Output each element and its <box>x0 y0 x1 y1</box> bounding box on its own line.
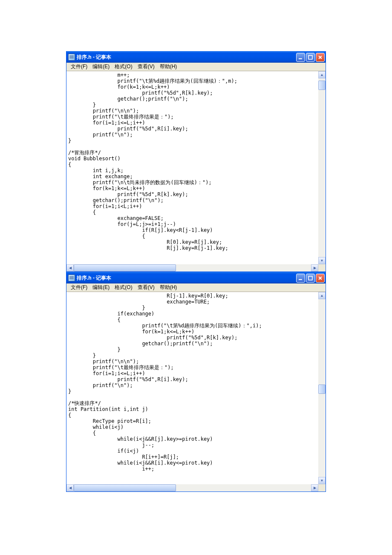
notepad-icon <box>68 275 75 281</box>
menu-edit[interactable]: 编辑(E) <box>90 283 112 292</box>
vscroll-thumb[interactable] <box>318 384 326 394</box>
minimize-button[interactable] <box>296 274 305 283</box>
maximize-button[interactable] <box>306 53 315 62</box>
vscroll-track[interactable] <box>318 299 326 477</box>
svg-rect-0 <box>299 58 302 59</box>
hscroll-thumb[interactable] <box>74 484 176 491</box>
text-editor[interactable]: m++; printf("\t第%d趟排序结果为(回车继续)：",m); for… <box>66 71 318 264</box>
menubar: 文件(F) 编辑(E) 格式(O) 查看(V) 帮助(H) <box>66 63 326 71</box>
vertical-scrollbar[interactable]: ▲ ▼ <box>318 71 326 264</box>
horizontal-scrollbar[interactable]: ◀ ▶ <box>66 484 318 491</box>
menu-format[interactable]: 格式(O) <box>112 62 135 71</box>
scroll-left-button[interactable]: ◀ <box>66 484 74 491</box>
menubar: 文件(F) 编辑(E) 格式(O) 查看(V) 帮助(H) <box>66 283 326 292</box>
scroll-corner <box>318 484 326 491</box>
menu-file[interactable]: 文件(F) <box>68 62 90 71</box>
text-editor[interactable]: R[j-1].key=R[0].key; exchange=TURE; } if… <box>66 292 318 484</box>
scroll-left-button[interactable]: ◀ <box>66 264 74 272</box>
close-button[interactable] <box>316 53 325 62</box>
vscroll-thumb[interactable] <box>318 81 326 90</box>
scroll-down-button[interactable]: ▼ <box>318 477 326 484</box>
window-title: 排序.h - 记事本 <box>77 54 296 61</box>
maximize-button[interactable] <box>306 274 315 283</box>
vscroll-track[interactable] <box>318 78 326 257</box>
content-area: R[j-1].key=R[0].key; exchange=TURE; } if… <box>66 292 326 491</box>
content-area: m++; printf("\t第%d趟排序结果为(回车继续)：",m); for… <box>66 71 326 272</box>
window-buttons <box>296 53 325 62</box>
scroll-up-button[interactable]: ▲ <box>318 292 326 299</box>
hscroll-track[interactable] <box>74 264 311 272</box>
titlebar[interactable]: 排序.h - 记事本 <box>66 272 326 283</box>
scroll-down-button[interactable]: ▼ <box>318 257 326 264</box>
window-buttons <box>296 274 325 283</box>
scroll-corner <box>318 264 326 272</box>
svg-rect-3 <box>308 276 312 280</box>
window-title: 排序.h - 记事本 <box>77 275 296 282</box>
notepad-window-2: 排序.h - 记事本 文件(F) 编辑(E) 格式(O) 查看(V) 帮助(H)… <box>66 272 326 492</box>
horizontal-scrollbar[interactable]: ◀ ▶ <box>66 264 318 272</box>
scroll-up-button[interactable]: ▲ <box>318 71 326 78</box>
notepad-window-1: 排序.h - 记事本 文件(F) 编辑(E) 格式(O) 查看(V) 帮助(H)… <box>66 51 326 272</box>
minimize-button[interactable] <box>296 53 305 62</box>
close-button[interactable] <box>316 274 325 283</box>
menu-edit[interactable]: 编辑(E) <box>90 62 112 71</box>
menu-help[interactable]: 帮助(H) <box>157 283 180 292</box>
menu-view[interactable]: 查看(V) <box>135 283 157 292</box>
menu-view[interactable]: 查看(V) <box>135 62 157 71</box>
scroll-right-button[interactable]: ▶ <box>311 264 318 272</box>
svg-rect-1 <box>308 55 312 59</box>
menu-file[interactable]: 文件(F) <box>68 283 90 292</box>
menu-help[interactable]: 帮助(H) <box>157 62 180 71</box>
hscroll-track[interactable] <box>74 484 311 491</box>
menu-format[interactable]: 格式(O) <box>112 283 135 292</box>
hscroll-thumb[interactable] <box>74 264 176 272</box>
vertical-scrollbar[interactable]: ▲ ▼ <box>318 292 326 484</box>
notepad-icon <box>68 54 75 61</box>
titlebar[interactable]: 排序.h - 记事本 <box>66 52 326 63</box>
scroll-right-button[interactable]: ▶ <box>311 484 318 491</box>
svg-rect-2 <box>299 279 302 280</box>
